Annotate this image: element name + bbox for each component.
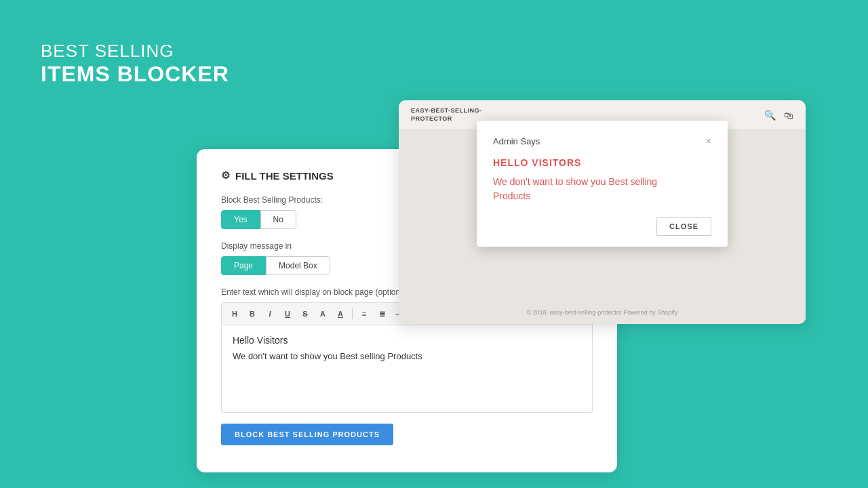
toolbar-h[interactable]: H <box>227 306 242 321</box>
modal-title: Admin Says <box>493 136 540 146</box>
modal-close-x-button[interactable]: × <box>706 136 711 146</box>
cart-icon[interactable]: 🛍 <box>784 110 793 121</box>
modal-footer: CLOSE <box>493 217 711 236</box>
editor-line2: We don't want to show you Best selling P… <box>233 351 581 361</box>
search-icon[interactable]: 🔍 <box>764 110 776 121</box>
divider1 <box>352 308 353 319</box>
toolbar-s[interactable]: S <box>298 306 313 321</box>
page-title-line2: ITEMS BLOCKER <box>41 62 229 87</box>
toolbar-b[interactable]: B <box>245 306 260 321</box>
modal-body-text: We don't want to show you Best sellingPr… <box>493 175 711 203</box>
toolbar-u[interactable]: U <box>280 306 295 321</box>
toolbar-list-unordered[interactable]: ≣ <box>374 306 389 321</box>
modal-close-button[interactable]: CLOSE <box>656 217 711 236</box>
modal-heading: HELLO VISITORS <box>493 157 711 168</box>
storefront-footer: © 2018, easy-best-selling-protector Powe… <box>527 309 678 316</box>
storefront-brand: EASY-BEST-SELLING-PROTECTOR <box>411 107 482 123</box>
editor-area[interactable]: Hello Visitors We don't want to show you… <box>221 325 593 413</box>
gear-icon: ⚙ <box>221 169 230 182</box>
page-title-line1: BEST SELLING <box>41 41 229 62</box>
modal-header: Admin Says × <box>493 136 711 146</box>
toolbar-list-ordered[interactable]: ≡ <box>357 306 372 321</box>
storefront-icons: 🔍 🛍 <box>764 110 793 121</box>
toolbar-i[interactable]: I <box>262 306 277 321</box>
page-button[interactable]: Page <box>221 256 266 275</box>
toolbar-a2[interactable]: A <box>333 306 348 321</box>
toolbar-a[interactable]: A <box>315 306 330 321</box>
yes-button[interactable]: Yes <box>221 210 260 229</box>
page-title-area: BEST SELLING ITEMS BLOCKER <box>41 41 229 87</box>
no-button[interactable]: No <box>260 210 296 229</box>
modal-box: Admin Says × HELLO VISITORS We don't wan… <box>477 121 728 247</box>
model-box-button[interactable]: Model Box <box>266 256 330 275</box>
editor-line1: Hello Visitors <box>233 335 581 346</box>
block-best-selling-button[interactable]: BLOCK BEST SELLING PRODUCTS <box>221 424 393 445</box>
